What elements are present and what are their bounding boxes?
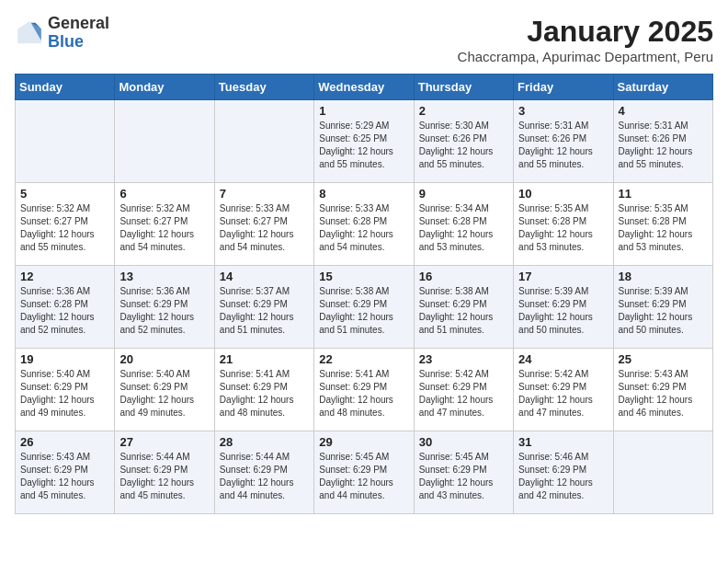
week-row-3: 12Sunrise: 5:36 AM Sunset: 6:28 PM Dayli… <box>16 266 713 349</box>
day-cell: 16Sunrise: 5:38 AM Sunset: 6:29 PM Dayli… <box>414 266 513 349</box>
day-info: Sunrise: 5:44 AM Sunset: 6:29 PM Dayligh… <box>220 451 309 502</box>
day-cell: 19Sunrise: 5:40 AM Sunset: 6:29 PM Dayli… <box>16 349 115 431</box>
week-row-1: 1Sunrise: 5:29 AM Sunset: 6:25 PM Daylig… <box>16 100 713 183</box>
day-number: 28 <box>220 435 309 449</box>
day-info: Sunrise: 5:36 AM Sunset: 6:28 PM Dayligh… <box>20 285 109 337</box>
day-info: Sunrise: 5:31 AM Sunset: 6:26 PM Dayligh… <box>518 120 608 171</box>
day-cell: 14Sunrise: 5:37 AM Sunset: 6:29 PM Dayli… <box>214 266 313 349</box>
day-info: Sunrise: 5:39 AM Sunset: 6:29 PM Dayligh… <box>518 285 608 337</box>
day-cell: 6Sunrise: 5:32 AM Sunset: 6:27 PM Daylig… <box>115 183 214 266</box>
day-info: Sunrise: 5:43 AM Sunset: 6:29 PM Dayligh… <box>20 451 109 502</box>
calendar-table: SundayMondayTuesdayWednesdayThursdayFrid… <box>15 74 713 514</box>
day-number: 23 <box>419 352 508 366</box>
day-info: Sunrise: 5:33 AM Sunset: 6:27 PM Dayligh… <box>220 202 309 254</box>
day-number: 1 <box>319 104 408 118</box>
day-number: 6 <box>119 187 209 201</box>
day-cell: 23Sunrise: 5:42 AM Sunset: 6:29 PM Dayli… <box>414 349 513 431</box>
day-number: 15 <box>319 270 408 283</box>
day-number: 7 <box>220 187 309 201</box>
day-cell: 26Sunrise: 5:43 AM Sunset: 6:29 PM Dayli… <box>16 431 115 514</box>
day-number: 12 <box>20 270 109 283</box>
day-info: Sunrise: 5:41 AM Sunset: 6:29 PM Dayligh… <box>220 368 309 419</box>
day-number: 2 <box>419 104 508 118</box>
week-row-5: 26Sunrise: 5:43 AM Sunset: 6:29 PM Dayli… <box>16 431 713 514</box>
day-cell: 7Sunrise: 5:33 AM Sunset: 6:27 PM Daylig… <box>214 183 313 266</box>
day-number: 29 <box>319 435 408 449</box>
title-block: January 2025 Chaccrampa, Apurimac Depart… <box>458 15 713 64</box>
day-cell: 3Sunrise: 5:31 AM Sunset: 6:26 PM Daylig… <box>514 100 613 183</box>
day-info: Sunrise: 5:34 AM Sunset: 6:28 PM Dayligh… <box>419 202 508 254</box>
day-info: Sunrise: 5:44 AM Sunset: 6:29 PM Dayligh… <box>119 451 209 502</box>
day-cell: 31Sunrise: 5:46 AM Sunset: 6:29 PM Dayli… <box>514 431 613 514</box>
week-row-2: 5Sunrise: 5:32 AM Sunset: 6:27 PM Daylig… <box>16 183 713 266</box>
day-cell: 9Sunrise: 5:34 AM Sunset: 6:28 PM Daylig… <box>414 183 513 266</box>
header-day-monday: Monday <box>115 75 214 100</box>
day-cell: 5Sunrise: 5:32 AM Sunset: 6:27 PM Daylig… <box>16 183 115 266</box>
day-cell: 25Sunrise: 5:43 AM Sunset: 6:29 PM Dayli… <box>613 349 712 431</box>
day-info: Sunrise: 5:35 AM Sunset: 6:28 PM Dayligh… <box>619 202 708 254</box>
day-info: Sunrise: 5:43 AM Sunset: 6:29 PM Dayligh… <box>619 368 708 419</box>
day-number: 26 <box>20 435 109 449</box>
day-cell: 30Sunrise: 5:45 AM Sunset: 6:29 PM Dayli… <box>414 431 513 514</box>
header-day-saturday: Saturday <box>613 75 712 100</box>
page-header: General Blue January 2025 Chaccrampa, Ap… <box>15 15 713 64</box>
day-number: 8 <box>319 187 408 201</box>
day-cell: 20Sunrise: 5:40 AM Sunset: 6:29 PM Dayli… <box>115 349 214 431</box>
calendar-body: 1Sunrise: 5:29 AM Sunset: 6:25 PM Daylig… <box>16 100 713 514</box>
day-number: 5 <box>20 187 109 201</box>
header-day-sunday: Sunday <box>16 75 115 100</box>
day-cell: 10Sunrise: 5:35 AM Sunset: 6:28 PM Dayli… <box>514 183 613 266</box>
location-subtitle: Chaccrampa, Apurimac Department, Peru <box>458 49 713 64</box>
day-info: Sunrise: 5:38 AM Sunset: 6:29 PM Dayligh… <box>419 285 508 337</box>
header-day-thursday: Thursday <box>414 75 513 100</box>
day-cell: 8Sunrise: 5:33 AM Sunset: 6:28 PM Daylig… <box>314 183 414 266</box>
calendar-header: SundayMondayTuesdayWednesdayThursdayFrid… <box>16 75 713 100</box>
day-cell: 15Sunrise: 5:38 AM Sunset: 6:29 PM Dayli… <box>314 266 414 349</box>
day-info: Sunrise: 5:31 AM Sunset: 6:26 PM Dayligh… <box>619 120 708 171</box>
day-number: 18 <box>619 270 708 283</box>
logo-general: General <box>48 14 109 32</box>
day-info: Sunrise: 5:42 AM Sunset: 6:29 PM Dayligh… <box>419 368 508 419</box>
day-cell: 4Sunrise: 5:31 AM Sunset: 6:26 PM Daylig… <box>613 100 712 183</box>
day-number: 9 <box>419 187 508 201</box>
day-info: Sunrise: 5:37 AM Sunset: 6:29 PM Dayligh… <box>220 285 309 337</box>
day-cell <box>16 100 115 183</box>
day-info: Sunrise: 5:32 AM Sunset: 6:27 PM Dayligh… <box>20 202 109 254</box>
day-info: Sunrise: 5:29 AM Sunset: 6:25 PM Dayligh… <box>319 120 408 171</box>
day-number: 13 <box>119 270 209 283</box>
day-cell: 22Sunrise: 5:41 AM Sunset: 6:29 PM Dayli… <box>314 349 414 431</box>
day-info: Sunrise: 5:35 AM Sunset: 6:28 PM Dayligh… <box>518 202 608 254</box>
day-info: Sunrise: 5:39 AM Sunset: 6:29 PM Dayligh… <box>619 285 708 337</box>
logo: General Blue <box>15 15 109 52</box>
day-info: Sunrise: 5:41 AM Sunset: 6:29 PM Dayligh… <box>319 368 408 419</box>
day-cell: 18Sunrise: 5:39 AM Sunset: 6:29 PM Dayli… <box>613 266 712 349</box>
month-title: January 2025 <box>458 15 713 49</box>
day-info: Sunrise: 5:40 AM Sunset: 6:29 PM Dayligh… <box>119 368 209 419</box>
day-cell: 28Sunrise: 5:44 AM Sunset: 6:29 PM Dayli… <box>214 431 313 514</box>
day-info: Sunrise: 5:38 AM Sunset: 6:29 PM Dayligh… <box>319 285 408 337</box>
day-number: 14 <box>220 270 309 283</box>
day-number: 22 <box>319 352 408 366</box>
day-number: 17 <box>518 270 608 283</box>
header-day-friday: Friday <box>514 75 613 100</box>
day-info: Sunrise: 5:36 AM Sunset: 6:29 PM Dayligh… <box>119 285 209 337</box>
header-row: SundayMondayTuesdayWednesdayThursdayFrid… <box>16 75 713 100</box>
logo-icon <box>15 18 44 48</box>
logo-blue: Blue <box>48 32 84 51</box>
day-info: Sunrise: 5:46 AM Sunset: 6:29 PM Dayligh… <box>518 451 608 502</box>
day-cell: 21Sunrise: 5:41 AM Sunset: 6:29 PM Dayli… <box>214 349 313 431</box>
logo-text: General Blue <box>48 15 109 52</box>
header-day-tuesday: Tuesday <box>214 75 313 100</box>
day-number: 27 <box>119 435 209 449</box>
day-number: 19 <box>20 352 109 366</box>
day-info: Sunrise: 5:45 AM Sunset: 6:29 PM Dayligh… <box>319 451 408 502</box>
day-cell: 2Sunrise: 5:30 AM Sunset: 6:26 PM Daylig… <box>414 100 513 183</box>
day-cell <box>115 100 214 183</box>
day-number: 10 <box>518 187 608 201</box>
day-cell: 27Sunrise: 5:44 AM Sunset: 6:29 PM Dayli… <box>115 431 214 514</box>
day-info: Sunrise: 5:45 AM Sunset: 6:29 PM Dayligh… <box>419 451 508 502</box>
day-number: 25 <box>619 352 708 366</box>
day-info: Sunrise: 5:40 AM Sunset: 6:29 PM Dayligh… <box>20 368 109 419</box>
day-number: 24 <box>518 352 608 366</box>
day-info: Sunrise: 5:30 AM Sunset: 6:26 PM Dayligh… <box>419 120 508 171</box>
